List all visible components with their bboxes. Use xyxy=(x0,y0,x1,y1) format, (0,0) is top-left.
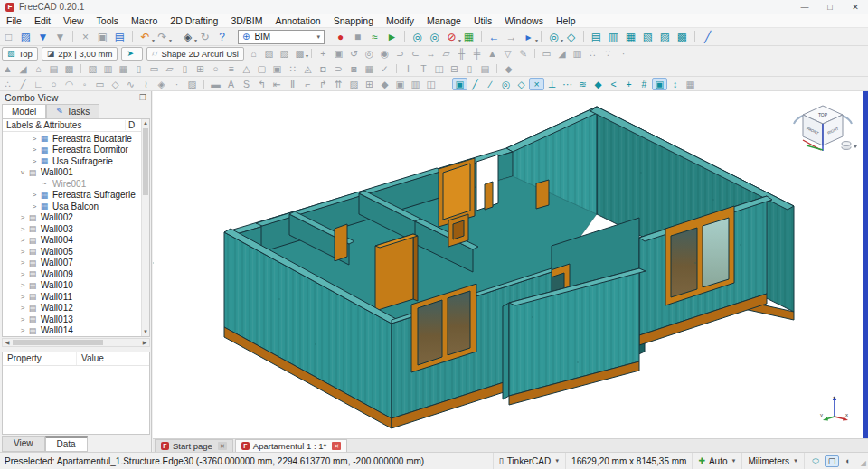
snap-toolbar-icon[interactable]: ◇ xyxy=(514,78,529,90)
toolbar-icon[interactable]: ▱ xyxy=(162,62,177,75)
toolbar-icon[interactable]: ○ xyxy=(208,62,223,75)
expander-icon[interactable]: > xyxy=(18,281,27,289)
toolbar-icon[interactable]: ↻ xyxy=(196,29,213,44)
toolbar-icon[interactable]: ▯ xyxy=(462,62,477,75)
scroll-up-icon[interactable]: ▲ xyxy=(142,119,149,127)
document-tab[interactable]: F Start page ✕ xyxy=(155,439,233,452)
toolbar-icon[interactable]: ▯ xyxy=(177,62,193,75)
toolbar-icon[interactable]: ∴ xyxy=(585,47,600,60)
toolbar-icon[interactable]: ▣ xyxy=(94,29,111,44)
toolbar-icon[interactable]: ▲ xyxy=(0,62,15,75)
toolbar-icon[interactable]: ↺ xyxy=(346,47,362,60)
tree-horizontal-scrollbar[interactable]: ◀ ▶ xyxy=(2,338,150,347)
menu-item[interactable]: 2D Drafting xyxy=(164,15,224,26)
toolbar-icon[interactable]: ▥ xyxy=(570,47,585,60)
expander-icon[interactable]: > xyxy=(18,213,27,221)
expander-icon[interactable]: > xyxy=(30,145,39,154)
toolbar-icon[interactable]: △ xyxy=(239,62,254,75)
line-style-button[interactable]: ◪ 2px | 3,00 mm xyxy=(42,47,118,61)
toolbar-icon[interactable]: ╫ xyxy=(454,47,469,60)
tree-vertical-scrollbar[interactable]: ▲ ▼ xyxy=(141,119,149,336)
toolbar-icon[interactable]: ◈ xyxy=(179,29,196,44)
toolbar-icon[interactable]: ▧ xyxy=(85,62,100,75)
close-tab-icon[interactable]: ✕ xyxy=(332,442,341,450)
toolbar-icon[interactable]: ▨ xyxy=(17,29,34,44)
tree-item[interactable]: > Wall003 xyxy=(3,223,141,235)
toolbar-icon[interactable]: ▸ xyxy=(520,29,537,44)
toolbar-icon[interactable]: ⊘ xyxy=(443,29,460,44)
expander-icon[interactable]: > xyxy=(18,225,27,233)
toolbar-icon[interactable]: S xyxy=(239,78,254,90)
toolbar-icon[interactable]: ∿ xyxy=(123,78,138,90)
expander-icon[interactable]: > xyxy=(30,202,39,211)
scrollbar-thumb[interactable] xyxy=(13,340,103,345)
toolbar-icon[interactable]: ▱ xyxy=(439,47,454,60)
toolbar-icon[interactable]: ▧ xyxy=(639,29,656,44)
toolbar-icon[interactable]: ∷ xyxy=(285,62,300,75)
property-column-header[interactable]: Property xyxy=(3,352,77,365)
tree-header-labels[interactable]: Labels & Attributes xyxy=(3,120,126,130)
snap-mode-selector[interactable]: ✚ Auto ▼ xyxy=(692,453,741,469)
toolbar-icon[interactable]: → xyxy=(503,29,520,44)
toolbar-icon[interactable]: ▣ xyxy=(331,47,346,60)
tree-item[interactable]: > Wall010 xyxy=(3,280,141,292)
toolbar-icon[interactable]: ↷ xyxy=(154,29,171,44)
toolbar-icon[interactable]: ■ xyxy=(349,29,366,44)
toolbar-icon[interactable]: · xyxy=(169,78,184,90)
menu-item[interactable]: Macro xyxy=(125,15,164,26)
toolbar-icon[interactable]: ⊃ xyxy=(331,62,346,75)
expander-icon[interactable]: > xyxy=(18,248,27,256)
toolbar-icon[interactable]: ▽ xyxy=(500,47,515,60)
tree-item[interactable]: > Wall012 xyxy=(3,303,141,314)
minimize-button[interactable]: — xyxy=(792,0,817,14)
toolbar-icon[interactable]: T xyxy=(416,62,431,75)
toolbar-icon[interactable]: ◢ xyxy=(15,62,31,75)
menu-item[interactable]: Annotation xyxy=(269,15,326,26)
toolbar-icon[interactable]: ◫ xyxy=(423,78,439,90)
expander-icon[interactable]: > xyxy=(18,270,27,278)
snap-toolbar-icon[interactable]: # xyxy=(637,78,652,90)
tree-item[interactable]: > Fereastra Dormitor xyxy=(3,145,141,156)
toolbar-icon[interactable]: ↔ xyxy=(423,47,439,60)
construction-mode-button[interactable]: ⌭ Shape 2D Arcuri Usi xyxy=(146,47,244,61)
workbench-selector[interactable]: ⊕ BIM ▾ xyxy=(238,30,325,44)
toolbar-icon[interactable]: ⊞ xyxy=(362,78,377,90)
toolbar-icon[interactable]: ▦ xyxy=(116,62,131,75)
toolbar-icon[interactable]: ⊂ xyxy=(408,47,423,60)
toolbar-icon[interactable]: ⊃ xyxy=(392,47,408,60)
toolbar-icon[interactable]: ▭ xyxy=(146,62,162,75)
toolbar-icon[interactable]: ◇ xyxy=(562,29,580,44)
toolbar-icon[interactable]: ▬ xyxy=(208,78,223,90)
menu-item[interactable]: Windows xyxy=(498,15,550,26)
toolbar-icon[interactable]: ◎ xyxy=(545,29,562,44)
menu-item[interactable]: Tools xyxy=(90,15,126,26)
toolbar-icon[interactable]: ◆ xyxy=(377,78,392,90)
snap-toolbar-icon[interactable]: < xyxy=(606,78,621,90)
tree-item[interactable]: > Wall005 xyxy=(3,246,141,258)
toolbar-icon[interactable]: ◘ xyxy=(316,62,331,75)
close-tab-icon[interactable]: ✕ xyxy=(218,442,227,450)
expander-icon[interactable]: > xyxy=(30,191,39,199)
document-tab[interactable]: F Apartamentul 1 : 1* ✕ xyxy=(235,439,347,452)
toolbar-icon[interactable]: I xyxy=(401,62,416,75)
snap-toolbar-icon[interactable]: ╱ xyxy=(467,78,483,90)
resize-grip[interactable]: ◢ xyxy=(859,453,868,469)
toolbar-icon[interactable]: ◦ xyxy=(77,78,92,90)
toolbar-icon[interactable]: ▲ xyxy=(485,47,500,60)
expander-icon[interactable]: > xyxy=(18,293,27,301)
toolbar-icon[interactable]: ▨ xyxy=(184,78,200,90)
tree-item[interactable]: > Wall009 xyxy=(3,268,141,280)
toolbar-icon[interactable]: ≈ xyxy=(366,29,383,44)
tab-tasks[interactable]: ✎ Tasks xyxy=(46,104,99,118)
toolbar-icon[interactable]: ▤ xyxy=(111,29,128,44)
toolbar-icon[interactable]: ○ xyxy=(46,78,61,90)
toolbar-icon[interactable]: ▤ xyxy=(46,62,61,75)
tree-header-description[interactable]: D xyxy=(126,120,135,130)
tree-item[interactable]: > Wall014 xyxy=(3,325,141,337)
scroll-right-icon[interactable]: ▶ xyxy=(140,339,149,346)
toolbar-icon[interactable]: + xyxy=(316,47,331,60)
toolbar-icon[interactable]: ▭ xyxy=(539,47,554,60)
edit-mode-icon[interactable]: ◐ xyxy=(841,455,855,467)
3d-model-house[interactable] xyxy=(153,91,863,438)
toolbar-icon[interactable]: ◬ xyxy=(300,62,316,75)
